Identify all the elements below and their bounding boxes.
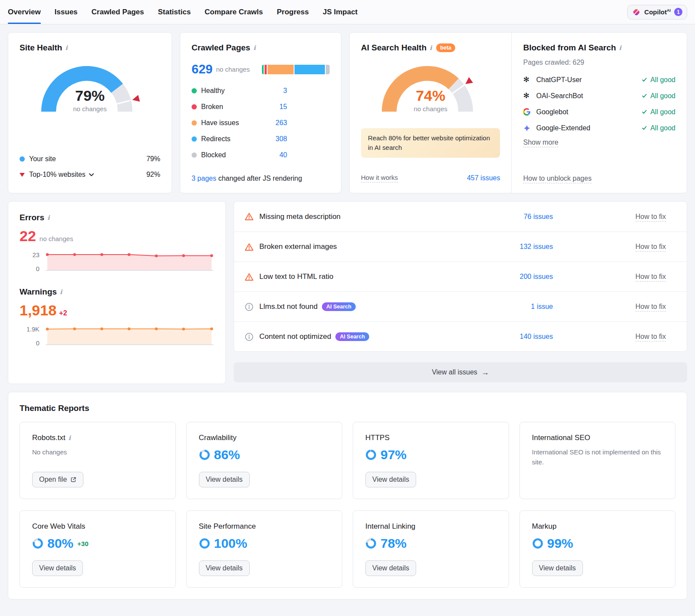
view-details-button[interactable]: View details — [365, 560, 416, 576]
bot-status: All good — [642, 108, 675, 116]
how-to-fix-link[interactable]: How to fix — [553, 303, 666, 311]
issue-count-link[interactable]: 140 issues — [520, 333, 553, 341]
healthy-dot-icon — [192, 88, 197, 93]
crawled-total: 629 — [192, 62, 212, 76]
legend-broken: Broken15 — [192, 99, 287, 115]
markup-card: Markup 99% View details — [520, 510, 676, 588]
tab-compare-crawls[interactable]: Compare Crawls — [205, 0, 263, 24]
warning-triangle-icon — [245, 212, 254, 221]
ai-search-health-title: AI Search Health — [361, 43, 427, 53]
info-icon[interactable]: i — [47, 214, 50, 221]
unblock-pages-link[interactable]: How to unblock pages — [523, 175, 591, 183]
open-file-button[interactable]: Open file — [32, 472, 83, 487]
crawlability-score: 86% — [214, 447, 240, 462]
ai-search-change: no changes — [376, 105, 485, 113]
tab-statistics[interactable]: Statistics — [158, 0, 191, 24]
show-more-link[interactable]: Show more — [523, 139, 558, 147]
legend-have-issues: Have issues263 — [192, 115, 287, 131]
your-site-dot-icon — [20, 156, 25, 162]
score-ring-icon — [532, 538, 543, 549]
score-ring-icon — [365, 449, 377, 460]
core-web-vitals-score: 80% — [47, 536, 73, 551]
warning-triangle-icon — [245, 242, 254, 252]
warning-triangle-icon — [245, 272, 254, 282]
errors-value: 22no changes — [20, 228, 214, 245]
issue-row-missing-meta[interactable]: Missing meta description 76 issues How t… — [234, 202, 687, 232]
have-issues-count-link[interactable]: 263 — [275, 119, 287, 127]
errors-title: Errors — [20, 213, 44, 222]
info-circle-icon — [245, 332, 254, 341]
blocked-count-link[interactable]: 40 — [279, 151, 287, 159]
warnings-title: Warnings — [20, 287, 57, 297]
internal-linking-card: Internal Linking 78% View details — [353, 510, 509, 588]
pages-changed-link[interactable]: 3 pages — [192, 175, 216, 182]
how-it-works-link[interactable]: How it works — [361, 174, 398, 182]
how-to-fix-link[interactable]: How to fix — [553, 333, 666, 341]
broken-count-link[interactable]: 15 — [279, 103, 287, 111]
issue-row-broken-images[interactable]: Broken external images 132 issues How to… — [234, 232, 687, 262]
bar-segment-broken — [265, 65, 267, 74]
view-details-button[interactable]: View details — [365, 472, 416, 487]
copilot-label: CopilotAI — [644, 8, 671, 16]
legend-your-site: Your site 79% — [20, 151, 160, 167]
ai-issues-link[interactable]: 457 issues — [467, 174, 500, 182]
view-all-issues-button[interactable]: View all issues→ — [234, 362, 687, 382]
info-icon[interactable]: i — [619, 44, 621, 51]
markup-score: 99% — [547, 536, 573, 551]
issue-count-link[interactable]: 200 issues — [520, 273, 553, 281]
issue-count-link[interactable]: 1 issue — [531, 303, 553, 311]
tab-overview[interactable]: Overview — [8, 0, 41, 24]
crawled-pages-title: Crawled Pages — [192, 43, 250, 53]
info-icon[interactable]: i — [65, 44, 67, 51]
issue-count-link[interactable]: 76 issues — [523, 213, 553, 221]
info-icon[interactable]: i — [253, 44, 255, 51]
issue-count-link[interactable]: 132 issues — [520, 243, 553, 251]
tab-progress[interactable]: Progress — [277, 0, 309, 24]
tab-crawled-pages[interactable]: Crawled Pages — [92, 0, 144, 24]
issue-row-content-not-optimized[interactable]: Content not optimized AI Search 140 issu… — [234, 321, 687, 351]
warnings-trend-chart: 1.9K0 — [20, 326, 214, 347]
crawled-change: no changes — [216, 66, 250, 73]
bar-segment-healthy — [262, 65, 264, 74]
check-icon — [642, 93, 647, 99]
score-delta: +30 — [77, 540, 88, 547]
bot-row-google-extended: Google-Extended All good — [523, 120, 675, 136]
info-icon[interactable]: i — [69, 434, 71, 441]
thematic-reports-card: Thematic Reports Robots.txti No changes … — [8, 392, 687, 599]
issue-row-llms-txt[interactable]: Llms.txt not found AI Search 1 issue How… — [234, 291, 687, 321]
score-ring-icon — [365, 538, 377, 549]
redirects-count-link[interactable]: 308 — [275, 135, 287, 143]
view-details-button[interactable]: View details — [32, 560, 83, 576]
internal-linking-score: 78% — [381, 536, 407, 551]
legend-top-websites[interactable]: Top-10% websites 92% — [20, 167, 160, 182]
core-web-vitals-card: Core Web Vitals 80% +30 View details — [20, 510, 176, 588]
view-details-button[interactable]: View details — [199, 560, 250, 576]
errors-trend-chart: 230 — [20, 252, 214, 272]
international-seo-card: International SEO International SEO is n… — [520, 422, 676, 499]
ai-search-gauge: 74% no changes — [376, 59, 485, 121]
bot-status: All good — [642, 124, 675, 132]
healthy-count-link[interactable]: 3 — [283, 87, 287, 95]
bar-segment-redirects — [295, 65, 325, 74]
how-to-fix-link[interactable]: How to fix — [553, 243, 666, 251]
how-to-fix-link[interactable]: How to fix — [553, 273, 666, 281]
view-details-button[interactable]: View details — [532, 560, 583, 576]
issue-row-low-text-ratio[interactable]: Low text to HTML ratio 200 issues How to… — [234, 262, 687, 291]
copilot-button[interactable]: CopilotAI 1 — [627, 5, 687, 20]
warnings-value: 1,918+2 — [20, 302, 214, 319]
benchmark-marker-icon — [466, 77, 473, 84]
info-icon[interactable]: i — [430, 44, 432, 51]
chevron-down-icon[interactable] — [89, 173, 94, 176]
how-to-fix-link[interactable]: How to fix — [553, 213, 666, 221]
bar-segment-blocked — [326, 65, 330, 74]
check-icon — [642, 109, 647, 115]
ai-search-value: 74% — [376, 87, 485, 104]
top-issues-card: Missing meta description 76 issues How t… — [234, 201, 687, 352]
view-details-button[interactable]: View details — [199, 472, 250, 487]
info-icon[interactable]: i — [60, 288, 62, 295]
ai-search-callout: Reach 80% for better website optimizatio… — [361, 128, 500, 158]
tab-js-impact[interactable]: JS Impact — [323, 0, 357, 24]
google-icon — [523, 108, 533, 116]
tab-issues[interactable]: Issues — [55, 0, 78, 24]
google-extended-icon — [523, 124, 533, 132]
